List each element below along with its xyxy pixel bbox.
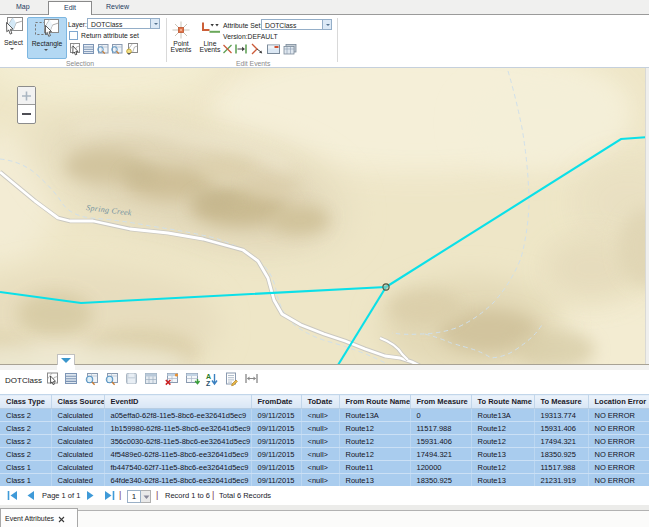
svg-text:A: A — [206, 373, 211, 380]
svg-text:Z: Z — [206, 380, 211, 387]
